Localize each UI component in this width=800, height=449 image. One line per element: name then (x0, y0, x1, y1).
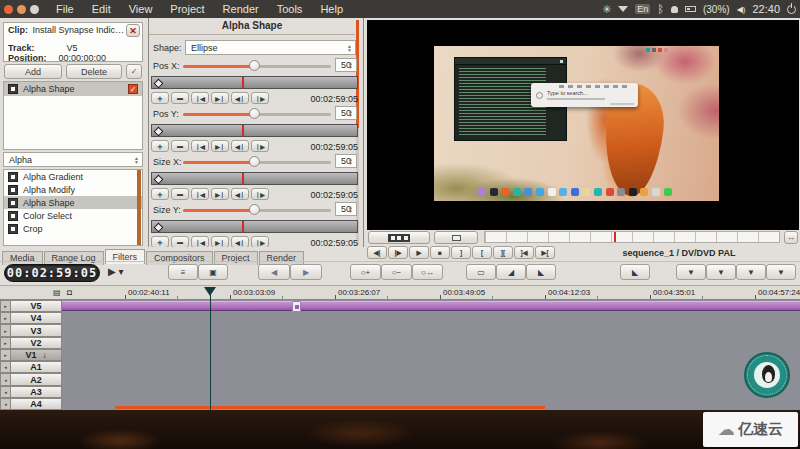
set-out-button[interactable]: ] (451, 246, 471, 259)
mixer-button[interactable]: ≡ (168, 264, 198, 280)
first-keyframe-button[interactable]: ❘◀ (191, 188, 209, 200)
wifi-icon[interactable] (618, 6, 628, 12)
keyframe-diamond-icon[interactable] (154, 126, 164, 136)
next-keyframe-button[interactable]: ❘▶ (251, 140, 269, 152)
param-value-spinbox[interactable]: 50▲▼ (335, 58, 357, 72)
playhead-marker[interactable] (204, 287, 216, 296)
frame-forward-button[interactable]: |▶ (388, 246, 408, 259)
plugin-row[interactable]: Color Select (4, 209, 142, 222)
keyframe-bar[interactable] (151, 124, 358, 137)
add-keyframe-button[interactable]: ○+ (350, 264, 381, 280)
video-expand-icon[interactable]: ▸ (0, 324, 10, 337)
delete-keyframe-button[interactable]: ▬ (171, 236, 189, 247)
last-keyframe-button[interactable]: ▶❘ (211, 236, 229, 247)
plugin-row[interactable]: Alpha Shape (4, 196, 142, 209)
next-keyframe-button[interactable]: ❘▶ (251, 236, 269, 247)
clip-mode-button[interactable] (434, 231, 478, 244)
indicator-icon[interactable]: ✳ (602, 3, 611, 16)
video-expand-icon[interactable]: ▸ (0, 349, 10, 361)
set-in-button[interactable]: [ (472, 246, 492, 259)
param-value-spinbox[interactable]: 50▲▼ (335, 106, 357, 120)
drag-paste-button-3[interactable]: ▼ (736, 264, 766, 280)
shape-dropdown[interactable]: Ellipse ▲▼ (185, 40, 356, 55)
insert-mode-button[interactable] (368, 231, 430, 244)
toggle-effects-button[interactable]: ✓ (126, 64, 142, 79)
track-header-a2[interactable]: ◂A2 (0, 373, 62, 386)
last-keyframe-button[interactable]: ▶❘ (211, 92, 229, 104)
track-header-v4[interactable]: ▸V4 (0, 312, 62, 324)
label-button[interactable]: ▭ (466, 264, 496, 280)
delete-keyframe-button[interactable]: ▬ (171, 188, 189, 200)
prev-keyframe-button[interactable]: ◀❘ (231, 236, 249, 247)
window-maximize-button[interactable] (30, 5, 39, 14)
video-clip[interactable] (62, 301, 800, 311)
slider-thumb[interactable] (249, 156, 260, 167)
goto-in-button[interactable]: ]◀ (514, 246, 534, 259)
delete-keyframe-button[interactable]: ▬ (171, 140, 189, 152)
video-expand-icon[interactable]: ▸ (0, 312, 10, 324)
fit-zoom-button[interactable]: ↔ (784, 231, 798, 244)
prev-keyframe-button[interactable]: ◀❘ (231, 188, 249, 200)
track-lane-v5[interactable] (0, 300, 800, 312)
bluetooth-icon[interactable]: ᛒ (657, 3, 664, 15)
menu-render[interactable]: Render (214, 3, 268, 15)
preview-scrubber[interactable] (484, 231, 780, 243)
next-keyframe-button[interactable]: ❘▶ (251, 92, 269, 104)
video-preview[interactable]: Type to search... (367, 20, 799, 230)
snapshot-button[interactable]: ▣ (198, 264, 228, 280)
keyboard-layout-indicator[interactable]: En (635, 4, 650, 14)
close-clip-button[interactable]: ✕ (126, 24, 140, 37)
insert-keyframe-button[interactable]: ✛ (151, 92, 169, 104)
prev-keyframe-button[interactable]: ◀❘ (231, 140, 249, 152)
window-minimize-button[interactable] (17, 5, 26, 14)
play-button[interactable]: ▶ (409, 246, 429, 259)
first-keyframe-button[interactable]: ❘◀ (191, 92, 209, 104)
spinner-arrows-icon[interactable]: ▲▼ (346, 59, 355, 71)
track-header-v3[interactable]: ▸V3 (0, 324, 62, 337)
first-keyframe-button[interactable]: ❘◀ (191, 236, 209, 247)
next-keyframe-button[interactable]: ❘▶ (251, 188, 269, 200)
window-close-button[interactable] (4, 5, 13, 14)
delete-keyframe-button[interactable]: ▬ (171, 92, 189, 104)
effect-enabled-checkbox[interactable]: ✓ (128, 84, 138, 94)
slider-thumb[interactable] (249, 60, 260, 71)
drag-paste-button-4[interactable]: ▼ (766, 264, 796, 280)
out-point-button[interactable]: ◣ (526, 264, 556, 280)
last-keyframe-button[interactable]: ▶❘ (211, 188, 229, 200)
plugin-scrollbar[interactable] (137, 170, 141, 245)
audio-expand-icon[interactable]: ◂ (0, 398, 10, 410)
menu-view[interactable]: View (120, 3, 162, 15)
insert-keyframe-button[interactable]: ✛ (151, 188, 169, 200)
goto-out-button[interactable]: ▶[ (535, 246, 555, 259)
attached-effect-row[interactable]: Alpha Shape✓ (4, 82, 142, 96)
slider-thumb[interactable] (249, 108, 260, 119)
frame-back-button[interactable]: ◀| (367, 246, 387, 259)
span-keyframe-button[interactable]: ○↔ (412, 264, 443, 280)
plugin-row[interactable]: Crop (4, 222, 142, 235)
audio-expand-icon[interactable]: ◂ (0, 361, 10, 373)
add-effect-button[interactable]: Add (4, 64, 62, 79)
spinner-arrows-icon[interactable]: ▲▼ (346, 107, 355, 119)
audio-expand-icon[interactable]: ◂ (0, 386, 10, 398)
plugin-row[interactable]: Alpha Gradient (4, 170, 142, 183)
clear-in-out-button[interactable]: ][ (493, 246, 513, 259)
track-header-a4[interactable]: ◂A4 (0, 398, 62, 410)
menu-project[interactable]: Project (161, 3, 213, 15)
ruler-list-icon[interactable]: ▤ (53, 288, 61, 297)
keyframe-diamond-icon[interactable] (154, 174, 164, 184)
clip-effect-marker[interactable] (292, 301, 301, 312)
spinner-arrows-icon[interactable]: ▲▼ (346, 155, 355, 167)
last-keyframe-button[interactable]: ▶❘ (211, 140, 229, 152)
insert-keyframe-button[interactable]: ✛ (151, 140, 169, 152)
plugin-row[interactable]: Alpha Modify (4, 183, 142, 196)
spinner-arrows-icon[interactable]: ▲▼ (346, 203, 355, 215)
track-header-v2[interactable]: ▸V2 (0, 337, 62, 349)
prev-keyframe-button[interactable]: ◀❘ (231, 92, 249, 104)
menu-tools[interactable]: Tools (268, 3, 312, 15)
delete-keyframe-button[interactable]: ○− (381, 264, 412, 280)
undo-button[interactable]: ◀ (258, 264, 290, 280)
stop-button[interactable]: ■ (430, 246, 450, 259)
menu-edit[interactable]: Edit (83, 3, 120, 15)
track-header-a3[interactable]: ◂A3 (0, 386, 62, 398)
track-header-v1[interactable]: ▸V1↓ (0, 349, 62, 361)
